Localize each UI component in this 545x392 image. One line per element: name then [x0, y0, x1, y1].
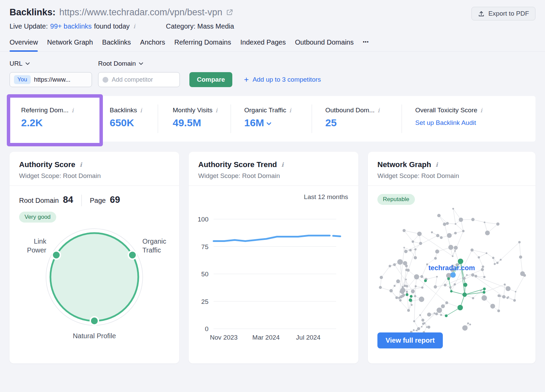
external-link-icon[interactable] [226, 9, 233, 16]
title-block: Backlinks: https://www.techradar.com/vpn… [10, 6, 234, 30]
metric-backlinks: Backlinksi 650K [103, 96, 158, 142]
svg-text:Jul 2024: Jul 2024 [296, 334, 321, 341]
target-url: https://www.techradar.com/vpn/best-vpn [59, 6, 222, 18]
page-title: Backlinks: [10, 6, 56, 18]
widget-cards-row: Authority Scorei Widget Scope: Root Doma… [0, 142, 545, 363]
chevron-down-icon[interactable] [267, 122, 271, 125]
tab-anchors[interactable]: Anchors [140, 38, 165, 51]
topbar: Backlinks: https://www.techradar.com/vpn… [0, 0, 545, 30]
live-update-suffix: found today [94, 22, 130, 30]
filters-section: URL Root Domain You https://www... Add c… [0, 52, 545, 87]
tab-overview[interactable]: Overview [10, 38, 38, 51]
widget-scope: Widget Scope: Root Domain [377, 172, 526, 180]
metric-organic-traffic: Organic Traffici 16M [231, 96, 312, 142]
svg-text:Traffic: Traffic [142, 246, 161, 254]
network-graph-card: Network Graphi Widget Scope: Root Domain… [368, 152, 535, 363]
live-update-row: Live Update: 99+ backlinks found today i… [10, 22, 234, 30]
authority-score-trend-card: Authority Score Trendi Widget Scope: Roo… [189, 152, 358, 363]
svg-text:Link: Link [34, 238, 47, 245]
metric-monthly-visits: Monthly Visitsi 49.5M [158, 96, 231, 142]
target-type-dropdown[interactable]: URL [10, 60, 98, 67]
authority-score-radar-chart: LinkPowerOrganicTrafficNatural Profile [10, 223, 179, 346]
svg-text:Organic: Organic [142, 238, 166, 245]
svg-text:Power: Power [27, 246, 46, 254]
metric-toxicity-score: Overall Toxicity Scorei Set up Backlink … [402, 96, 535, 142]
category-label: Category: Mass Media [166, 22, 234, 30]
tab-outbound-domains[interactable]: Outbound Domains [295, 38, 354, 51]
widget-scope: Widget Scope: Root Domain [19, 172, 170, 180]
svg-text:75: 75 [201, 243, 208, 250]
backlinks-overview-page: Backlinks: https://www.techradar.com/vpn… [0, 0, 545, 392]
metric-referring-domains: Referring Dom...i 2.2K [10, 96, 103, 142]
root-domain-score: 84 [63, 195, 73, 205]
setup-backlink-audit-link[interactable]: Set up Backlink Audit [415, 119, 476, 127]
organic-traffic-value[interactable]: 16M [244, 117, 264, 129]
view-full-report-button[interactable]: View full report [377, 332, 443, 348]
referring-domains-value[interactable]: 2.2K [21, 117, 103, 129]
info-icon[interactable]: i [80, 162, 82, 168]
plus-icon: + [244, 76, 249, 84]
svg-text:0: 0 [205, 325, 208, 332]
svg-text:25: 25 [201, 298, 208, 305]
add-competitor-placeholder: Add competitor [112, 76, 153, 83]
score-rating-badge: Very good [19, 212, 56, 223]
tab-network-graph[interactable]: Network Graph [47, 38, 93, 51]
info-icon[interactable]: i [436, 162, 438, 168]
target-url-value: https://www... [34, 76, 71, 83]
tab-more[interactable]: ••• [363, 39, 369, 51]
svg-text:100: 100 [198, 216, 208, 223]
tab-referring-domains[interactable]: Referring Domains [174, 38, 231, 51]
backlinks-value[interactable]: 650K [110, 117, 158, 129]
scope-dropdown[interactable]: Root Domain [98, 60, 143, 67]
info-icon[interactable]: i [281, 162, 283, 168]
info-icon[interactable]: i [289, 108, 291, 113]
chevron-down-icon [139, 62, 143, 65]
reputable-badge: Reputable [377, 194, 415, 205]
live-update-link[interactable]: 99+ backlinks [50, 22, 92, 30]
monthly-visits-value[interactable]: 49.5M [173, 117, 231, 129]
outbound-domains-value[interactable]: 25 [325, 117, 402, 129]
metrics-summary-bar: Referring Dom...i 2.2K Backlinksi 650K M… [10, 96, 535, 142]
info-icon[interactable]: i [134, 23, 135, 29]
svg-text:Nov 2023: Nov 2023 [210, 334, 237, 341]
tab-backlinks[interactable]: Backlinks [102, 38, 131, 51]
target-url-input[interactable]: You https://www... [10, 72, 92, 87]
widget-scope: Widget Scope: Root Domain [198, 172, 349, 180]
tab-indexed-pages[interactable]: Indexed Pages [240, 38, 285, 51]
tab-bar: Overview Network Graph Backlinks Anchors… [0, 38, 545, 52]
trend-range-label: Last 12 months [189, 186, 358, 201]
add-competitor-input[interactable]: Add competitor [98, 72, 180, 87]
competitor-color-dot [103, 77, 108, 83]
live-update-label: Live Update: [10, 22, 48, 30]
svg-text:50: 50 [201, 271, 208, 278]
authority-score-card: Authority Scorei Widget Scope: Root Doma… [10, 152, 179, 363]
info-icon[interactable]: i [72, 108, 73, 113]
compare-button[interactable]: Compare [189, 72, 232, 87]
info-icon[interactable]: i [480, 108, 482, 113]
add-competitors-link[interactable]: + Add up to 3 competitors [244, 76, 321, 84]
network-graph-svg [368, 199, 538, 349]
info-icon[interactable]: i [378, 108, 379, 113]
chevron-down-icon [26, 62, 30, 65]
svg-text:Mar 2024: Mar 2024 [252, 334, 280, 341]
svg-text:Natural Profile: Natural Profile [73, 332, 116, 340]
trend-chart: 1007550250Nov 2023Mar 2024Jul 2024 [189, 202, 358, 345]
authority-score-values: Root Domain 84 Page 69 [19, 195, 179, 206]
you-badge: You [14, 75, 31, 84]
metric-outbound-domains: Outbound Dom...i 25 [312, 96, 402, 142]
export-to-pdf-button[interactable]: Export to PDF [471, 7, 535, 20]
info-icon[interactable]: i [140, 108, 142, 113]
info-icon[interactable]: i [216, 108, 217, 113]
page-score: 69 [110, 195, 120, 205]
export-icon [478, 10, 485, 17]
